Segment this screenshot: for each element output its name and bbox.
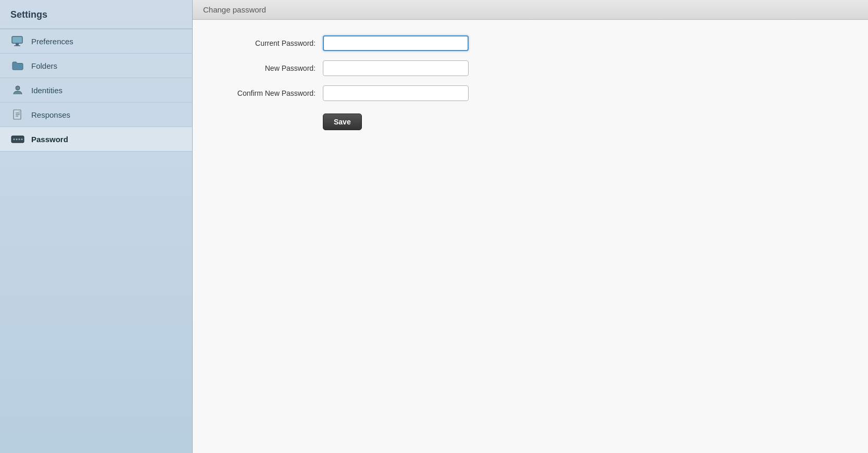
save-button-row: Save — [213, 110, 847, 130]
svg-point-8 — [19, 139, 20, 140]
main-content: Change password Current Password: New Pa… — [193, 0, 868, 453]
sidebar-item-password-label: Password — [31, 135, 68, 144]
sidebar-item-folders-label: Folders — [31, 61, 57, 70]
confirm-password-label: Confirm New Password: — [213, 89, 323, 97]
sidebar: Settings Preferences Folders Identities — [0, 0, 193, 453]
svg-rect-0 — [12, 36, 22, 43]
main-body: Current Password: New Password: Confirm … — [193, 20, 868, 453]
new-password-row: New Password: — [213, 60, 847, 76]
person-icon — [10, 84, 25, 96]
confirm-password-row: Confirm New Password: — [213, 85, 847, 101]
save-button[interactable]: Save — [323, 114, 362, 130]
new-password-label: New Password: — [213, 64, 323, 72]
confirm-password-input[interactable] — [323, 85, 469, 101]
sidebar-title: Settings — [0, 0, 192, 29]
sidebar-item-folders[interactable]: Folders — [0, 54, 192, 78]
folder-icon — [10, 60, 25, 71]
sidebar-item-responses-label: Responses — [31, 110, 70, 119]
svg-rect-1 — [16, 43, 19, 45]
page-header: Change password — [193, 0, 868, 20]
current-password-input[interactable] — [323, 35, 469, 51]
password-icon — [10, 133, 25, 145]
monitor-icon — [10, 35, 25, 47]
svg-point-7 — [16, 139, 18, 140]
current-password-label: Current Password: — [213, 39, 323, 47]
svg-point-6 — [14, 139, 15, 140]
current-password-row: Current Password: — [213, 35, 847, 51]
sidebar-item-identities[interactable]: Identities — [0, 78, 192, 103]
sidebar-item-identities-label: Identities — [31, 86, 62, 95]
sidebar-item-password[interactable]: Password — [0, 127, 192, 152]
doc-icon — [10, 109, 25, 120]
sidebar-item-preferences[interactable]: Preferences — [0, 29, 192, 54]
sidebar-item-responses[interactable]: Responses — [0, 103, 192, 127]
new-password-input[interactable] — [323, 60, 469, 76]
svg-rect-2 — [14, 45, 20, 46]
sidebar-item-preferences-label: Preferences — [31, 37, 73, 46]
svg-point-3 — [16, 86, 20, 90]
svg-point-9 — [21, 139, 23, 140]
